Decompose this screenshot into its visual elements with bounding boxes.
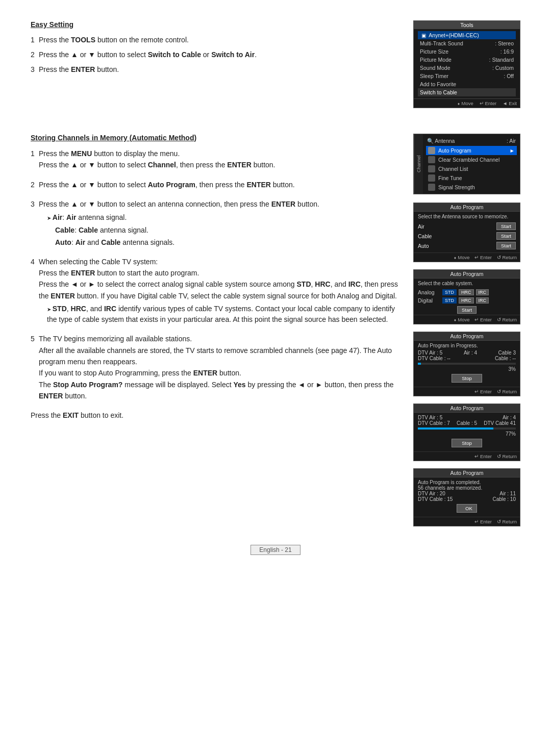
cable-start-btn[interactable]: Start [496, 232, 516, 240]
analog-irc-btn[interactable]: IRC [476, 289, 489, 295]
step3-cable-indent: Cable: Cable antenna signal. [31, 225, 403, 236]
progress1-row2: DTV Cable : -- Cable : -- [418, 356, 516, 361]
tools-picture-mode-item: Picture Mode: Standard [418, 56, 516, 64]
auto-prog-progress2-box: Auto Program DTV Air : 5 Air : 4 DTV Cab… [413, 404, 520, 461]
auto-row-antenna: Auto Start [418, 241, 516, 250]
step4-note-arrow: STD, HRC, and IRC identify various types… [31, 304, 403, 325]
tools-sound-mode-item: Sound Mode: Custom [418, 64, 516, 72]
channel-list-icon [428, 165, 435, 172]
step3-air-arrow: Air: Air antenna signal. [31, 212, 403, 223]
analog-cable-row: Analog STD HRC IRC [418, 288, 516, 296]
digital-hrc-btn[interactable]: HRC [459, 297, 474, 304]
cable-start-center: Start [418, 307, 516, 313]
air-start-btn[interactable]: Start [496, 222, 516, 230]
progress2-percent: 77% [418, 431, 516, 437]
channel-list-row: Channel List [426, 164, 517, 173]
fine-tune-icon [428, 174, 435, 182]
progress2-fill [418, 427, 493, 430]
progress1-row1: DTV Air : 5 Air : 4 Cable 3 [418, 350, 516, 356]
digital-irc-btn[interactable]: IRC [476, 297, 489, 304]
storing-step-2: 2 Press the ▲ or ▼ button to select Auto… [31, 179, 403, 190]
channel-content: 🔍 Antenna: Air Auto Program ► Clear Scra… [423, 134, 520, 194]
signal-strength-icon [428, 184, 435, 191]
storing-channels-text: Storing Channels in Memory (Automatic Me… [31, 134, 403, 530]
ok-btn[interactable]: OK [457, 504, 477, 513]
analog-std-btn[interactable]: STD [442, 289, 457, 295]
antenna-source-subtitle: Select the Antenna source to memorize. [418, 214, 516, 219]
progress1-subtitle: Auto Program in Progress. [418, 343, 516, 348]
auto-prog-complete-footer: ↵ Enter ↺ Return [414, 517, 520, 526]
auto-prog-antenna-footer: ⬧ Move ↵ Enter ↺ Return [414, 253, 520, 262]
step3-auto-indent: Auto: Air and Cable antenna signals. [31, 237, 403, 248]
tools-sleep-timer-item: Sleep Timer: Off [418, 72, 516, 80]
easy-setting-text: Easy Setting 1 Press the TOOLS button on… [31, 20, 398, 113]
auto-prog-progress2-body: DTV Air : 5 Air : 4 DTV Cable : 7 Cable … [414, 413, 520, 451]
exit-line: Press the EXIT button to exit. [31, 410, 403, 421]
auto-prog-progress1-title: Auto Program [414, 332, 520, 341]
digital-cable-row: Digital STD HRC IRC [418, 296, 516, 305]
auto-program-icon [428, 147, 435, 154]
tools-menu-diagram: Tools ▣ Anynet+(HDMI-CEC) Multi-Track So… [413, 20, 520, 113]
cable-row-antenna: Cable Start [418, 231, 516, 241]
tools-picture-size-item: Picture Size: 16:9 [418, 47, 516, 56]
fine-tune-row: Fine Tune [426, 173, 517, 183]
cable-system-subtitle: Select the cable system. [418, 281, 516, 286]
analog-hrc-btn[interactable]: HRC [459, 289, 474, 295]
easy-step-2: 2 Press the ▲ or ▼ button to select Swit… [31, 49, 398, 60]
tools-menu-box: Tools ▣ Anynet+(HDMI-CEC) Multi-Track So… [413, 20, 520, 108]
tools-multitrack-item: Multi-Track Sound: Stereo [418, 39, 516, 47]
auto-prog-complete-title: Auto Program [414, 469, 520, 477]
page-number: English - 21 [251, 545, 300, 555]
complete-memorized: 56 channels are memorized. [418, 485, 516, 491]
easy-setting-steps: 1 Press the TOOLS button on the remote c… [31, 35, 398, 75]
auto-prog-progress1-box: Auto Program Auto Program in Progress. D… [413, 332, 520, 396]
auto-prog-antenna-title: Auto Program [414, 203, 520, 212]
auto-prog-cable-footer: ⬧ Move ↵ Enter ↺ Return [414, 315, 520, 324]
complete-row2: DTV Cable : 15 Cable : 10 [418, 496, 516, 502]
channel-sidebar-label: Channel [414, 134, 423, 194]
digital-std-btn[interactable]: STD [442, 297, 457, 304]
progress1-percent: 3% [418, 366, 516, 372]
storing-step-5: 5 The TV begins memorizing all available… [31, 333, 403, 401]
easy-step-1: 1 Press the TOOLS button on the remote c… [31, 35, 398, 45]
cable-system-start-btn[interactable]: Start [457, 306, 477, 314]
storing-diagrams: Channel 🔍 Antenna: Air Auto Program ► Cl… [413, 134, 520, 530]
progress2-row1: DTV Air : 5 Air : 4 [418, 415, 516, 420]
storing-step-3: 3 Press the ▲ or ▼ button to select an a… [31, 198, 403, 247]
auto-prog-antenna-box: Auto Program Select the Antenna source t… [413, 203, 520, 262]
stop-btn-1[interactable]: Stop [452, 374, 482, 383]
tools-menu-title: Tools [414, 21, 520, 29]
storing-channels-title: Storing Channels in Memory (Automatic Me… [31, 134, 403, 142]
air-row: Air Start [418, 221, 516, 231]
antenna-row: 🔍 Antenna: Air [426, 136, 517, 146]
auto-program-row: Auto Program ► [426, 146, 517, 155]
auto-prog-antenna-body: Select the Antenna source to memorize. A… [414, 212, 520, 253]
auto-prog-progress2-title: Auto Program [414, 404, 520, 413]
auto-prog-progress1-body: Auto Program in Progress. DTV Air : 5 Ai… [414, 341, 520, 387]
tools-anynet-item: ▣ Anynet+(HDMI-CEC) [418, 31, 516, 39]
progress1-bar [418, 363, 516, 365]
auto-prog-complete-box: Auto Program Auto Program is completed. … [413, 468, 520, 526]
complete-subtitle: Auto Program is completed. [418, 480, 516, 485]
auto-prog-progress2-footer: ↵ Enter ↺ Return [414, 451, 520, 461]
easy-step-3: 3 Press the ENTER button. [31, 64, 398, 75]
auto-prog-cable-box: Auto Program Select the cable system. An… [413, 269, 520, 324]
progress1-fill [418, 363, 421, 365]
auto-prog-progress1-footer: ↵ Enter ↺ Return [414, 387, 520, 396]
tools-switch-cable-item: Switch to Cable [418, 88, 516, 96]
storing-step-4: 4 When selecting the Cable TV system: Pr… [31, 256, 403, 325]
complete-row1: DTV Air : 20 Air : 11 [418, 491, 516, 496]
easy-setting-section: Easy Setting 1 Press the TOOLS button on… [31, 20, 520, 113]
stop-btn-2[interactable]: Stop [452, 439, 482, 447]
storing-channels-section: Storing Channels in Memory (Automatic Me… [31, 134, 520, 530]
progress2-row2: DTV Cable : 7 Cable : 5 DTV Cable 41 [418, 420, 516, 426]
clear-scrambled-row: Clear Scrambled Channel [426, 155, 517, 164]
progress2-bar [418, 427, 516, 430]
auto-start-btn[interactable]: Start [496, 242, 516, 249]
storing-step-1: 1 Press the MENU button to display the m… [31, 148, 403, 171]
easy-setting-title: Easy Setting [31, 20, 398, 29]
clear-scrambled-icon [428, 156, 435, 163]
auto-prog-cable-title: Auto Program [414, 270, 520, 279]
tools-menu-body: ▣ Anynet+(HDMI-CEC) Multi-Track Sound: S… [414, 29, 520, 98]
tools-add-favorite-item: Add to Favorite [418, 80, 516, 88]
